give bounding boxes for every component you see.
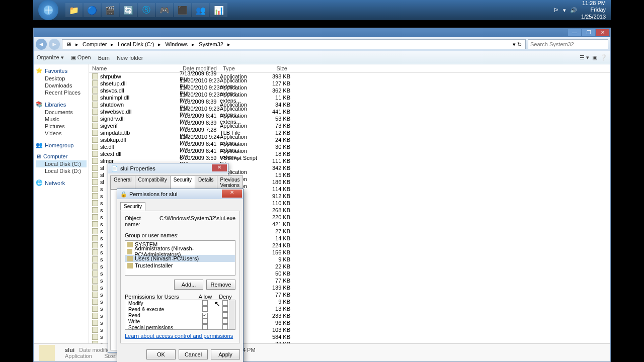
organize-menu[interactable]: Organize ▾: [37, 54, 64, 61]
file-icon: [92, 235, 98, 241]
skype-taskbar-icon[interactable]: Ⓢ: [138, 3, 155, 17]
deny-header: Deny: [215, 294, 235, 300]
permissions-titlebar[interactable]: 🔒 Permissions for slui ✕: [117, 189, 243, 199]
permissions-label: Permissions for Users: [125, 294, 195, 300]
allow-header: Allow: [195, 294, 215, 300]
tab-general[interactable]: General: [110, 175, 135, 190]
tab-compatibility[interactable]: Compatibility: [135, 175, 171, 190]
nav-videos[interactable]: Videos: [36, 130, 87, 137]
group-administrators[interactable]: Administrators (Nirvash-PC\Administrator…: [125, 248, 235, 255]
groups-listbox[interactable]: SYSTEM Administrators (Nirvash-PC\Admini…: [125, 240, 235, 276]
explorer-titlebar: — ❐ ✕: [34, 28, 610, 37]
nav-pictures[interactable]: Pictures: [36, 123, 87, 130]
view-menu-icon[interactable]: ☰ ▾: [580, 54, 589, 61]
remove-button[interactable]: Remove: [206, 280, 235, 290]
allow-checkbox[interactable]: [202, 300, 208, 306]
app2-taskbar-icon[interactable]: 🎮: [156, 3, 173, 17]
allow-checkbox[interactable]: [202, 318, 208, 324]
app-taskbar-icon[interactable]: 🔄: [120, 3, 137, 17]
start-button[interactable]: [38, 0, 58, 20]
file-row[interactable]: shrpubw7/13/2009 8:39 PMApplication398 K…: [89, 73, 610, 80]
allow-checkbox[interactable]: [202, 306, 208, 312]
explorer-taskbar-icon[interactable]: 📁: [65, 3, 83, 17]
permission-row: Modify: [125, 300, 235, 306]
deny-checkbox[interactable]: [222, 306, 228, 312]
network-group[interactable]: 🌐Network: [36, 179, 87, 186]
deny-checkbox[interactable]: [222, 312, 228, 318]
allow-checkbox[interactable]: [202, 324, 208, 330]
file-icon: [92, 242, 98, 248]
file-icon: [92, 137, 98, 143]
search-input[interactable]: [528, 39, 608, 49]
permissions-scrollbar[interactable]: [229, 300, 235, 329]
app4-taskbar-icon[interactable]: 📊: [210, 3, 227, 17]
file-row[interactable]: shsetup.dll11/20/2010 9:23 PMApplication…: [89, 80, 610, 87]
tab-security[interactable]: Security: [170, 175, 195, 190]
file-row[interactable]: shutdown7/13/2009 8:39 PMApplication34 K…: [89, 101, 610, 108]
properties-titlebar[interactable]: 📄 slui Properties ✕: [108, 163, 228, 173]
nav-documents[interactable]: Documents: [36, 109, 87, 116]
fraps-taskbar-icon[interactable]: 🎬: [102, 3, 119, 17]
tray-chevron-icon[interactable]: ▾: [563, 7, 566, 14]
tab-details[interactable]: Details: [195, 175, 217, 190]
app3-taskbar-icon[interactable]: 👥: [192, 3, 209, 17]
deny-checkbox[interactable]: [222, 324, 228, 330]
add-button[interactable]: Add...: [174, 280, 203, 290]
nav-desktop[interactable]: Desktop: [36, 75, 87, 82]
close-button[interactable]: ✕: [596, 29, 609, 36]
preview-pane-icon[interactable]: ▣: [592, 54, 597, 61]
file-row[interactable]: shunimpl.dll11/20/2010 9:23 PMApplicatio…: [89, 94, 610, 101]
col-name[interactable]: Name: [89, 64, 180, 72]
file-icon: [92, 193, 98, 199]
burn-button[interactable]: Burn: [98, 55, 110, 61]
tray-volume-icon[interactable]: 🔊: [570, 7, 577, 14]
nav-music[interactable]: Music: [36, 116, 87, 123]
maximize-button[interactable]: ❐: [582, 29, 595, 36]
file-row[interactable]: simpdata.tlb7/13/2009 7:28 PMTLB File12 …: [89, 129, 610, 136]
deny-checkbox[interactable]: [222, 318, 228, 324]
permissions-tab-security[interactable]: Security: [120, 202, 145, 211]
deny-checkbox[interactable]: [222, 300, 228, 306]
file-icon: [92, 256, 98, 262]
newfolder-button[interactable]: New folder: [117, 55, 143, 61]
file-icon: [92, 87, 98, 94]
col-type[interactable]: Type: [220, 64, 260, 72]
apply-button[interactable]: Apply: [211, 349, 240, 359]
file-icon: [92, 73, 98, 79]
file-row[interactable]: slcext.dll7/13/2009 8:41 PMApplication e…: [89, 150, 610, 157]
steam-taskbar-icon[interactable]: ⬛: [174, 3, 191, 17]
nav-drive-c[interactable]: Local Disk (C:): [36, 160, 87, 167]
minimize-button[interactable]: —: [568, 29, 581, 36]
libraries-group[interactable]: 📚Libraries: [36, 101, 87, 108]
permissions-close-button[interactable]: ✕: [222, 190, 242, 198]
forward-button[interactable]: ►: [49, 39, 60, 50]
file-row[interactable]: sisbkup.dll11/20/2010 9:24 PMApplication…: [89, 136, 610, 143]
chrome-taskbar-icon[interactable]: 🔵: [84, 3, 101, 17]
file-row[interactable]: slc.dll7/13/2009 8:41 PMApplication exte…: [89, 143, 610, 150]
back-button[interactable]: ◄: [36, 39, 47, 50]
tab-previous-versions[interactable]: Previous Versions: [217, 175, 244, 190]
nav-downloads[interactable]: Downloads: [36, 82, 87, 89]
properties-close-button[interactable]: ✕: [212, 164, 227, 171]
help-icon[interactable]: ❔: [600, 54, 607, 61]
tray-flag-icon[interactable]: 🏳: [553, 7, 559, 13]
file-row[interactable]: sigverif7/13/2009 8:39 PMApplication73 K…: [89, 122, 610, 129]
col-size[interactable]: Size: [260, 64, 290, 72]
file-row[interactable]: shwebsvc.dll11/20/2010 9:23 PMApplicatio…: [89, 108, 610, 115]
ok-button[interactable]: OK: [146, 349, 176, 359]
allow-checkbox[interactable]: ✓: [202, 313, 208, 318]
favorites-group[interactable]: ⭐Favorites: [36, 67, 87, 74]
homegroup[interactable]: 👥Homegroup: [36, 142, 87, 148]
file-row[interactable]: signdrv.dll7/13/2009 8:41 PMApplication …: [89, 115, 610, 122]
nav-recent[interactable]: Recent Places: [36, 89, 87, 96]
tray-clock[interactable]: 11:28 PM Friday 1/25/2013: [581, 0, 606, 20]
file-icon: [92, 292, 98, 298]
group-trustedinstaller[interactable]: TrustedInstaller: [125, 262, 235, 269]
learn-link[interactable]: Learn about access control and permissio…: [125, 333, 233, 339]
computer-group[interactable]: 🖥Computer: [36, 153, 87, 159]
breadcrumb[interactable]: 🖥 ▸Computer ▸Local Disk (C:) ▸Windows ▸S…: [62, 39, 526, 49]
open-button[interactable]: ▣ Open: [71, 54, 91, 61]
nav-drive-d[interactable]: Local Disk (D:): [36, 167, 87, 174]
file-row[interactable]: shsvcs.dll11/20/2010 9:23 PMApplication …: [89, 87, 610, 94]
cancel-button[interactable]: Cancel: [179, 349, 208, 359]
